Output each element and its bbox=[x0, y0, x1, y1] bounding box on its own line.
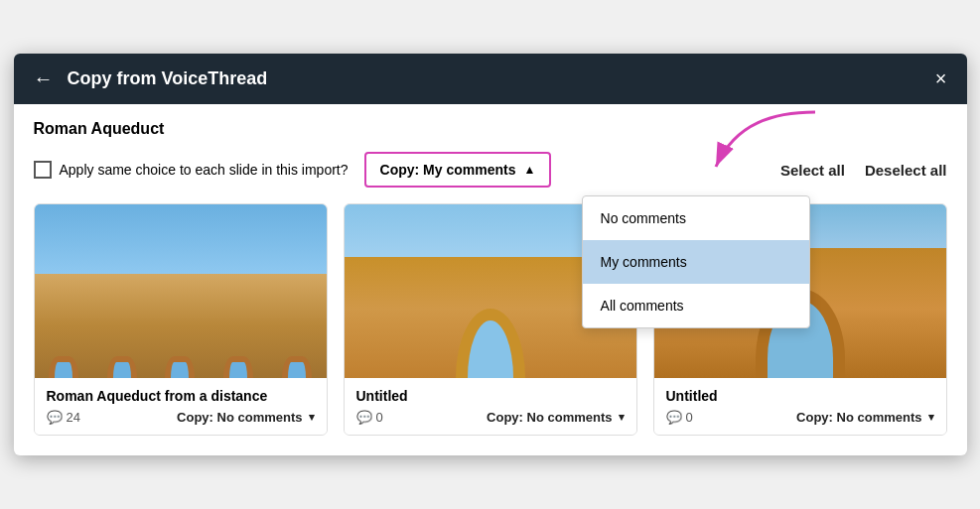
close-button[interactable]: × bbox=[935, 67, 947, 90]
card-2-copy[interactable]: Copy: No comments ▾ bbox=[796, 410, 933, 425]
dropdown-item-my-comments[interactable]: My comments bbox=[583, 240, 809, 284]
header-left: ← Copy from VoiceThread bbox=[34, 67, 268, 90]
card-0-bottom: 💬 24 Copy: No comments ▾ bbox=[47, 410, 315, 425]
card-2-footer: Untitled 💬 0 Copy: No comments ▾ bbox=[654, 378, 946, 435]
comment-icon-1: 💬 bbox=[356, 410, 372, 425]
card-0-image bbox=[35, 204, 327, 378]
modal-header: ← Copy from VoiceThread × bbox=[14, 54, 967, 104]
card-2-comments: 💬 0 bbox=[666, 410, 693, 425]
card-1-copy-text: Copy: No comments bbox=[487, 410, 612, 425]
dropdown-menu: No comments My comments All comments bbox=[582, 195, 810, 328]
card-1-comments: 💬 0 bbox=[356, 410, 383, 425]
card-1-count: 0 bbox=[376, 410, 383, 425]
deselect-all-button[interactable]: Deselect all bbox=[865, 162, 947, 179]
card-0-footer: Roman Aqueduct from a distance 💬 24 Copy… bbox=[35, 378, 327, 435]
apply-checkbox[interactable] bbox=[34, 161, 52, 179]
select-deselect-group: Select all Deselect all bbox=[780, 162, 947, 179]
card-0-chevron-icon: ▾ bbox=[309, 411, 315, 424]
card-2-copy-text: Copy: No comments bbox=[796, 410, 921, 425]
arch2 bbox=[456, 309, 525, 378]
copy-dropdown-button[interactable]: Copy: My comments ▲ bbox=[364, 152, 552, 188]
comment-icon-2: 💬 bbox=[666, 410, 682, 425]
copy-voicethread-modal: ← Copy from VoiceThread × Roman Aqueduct… bbox=[14, 54, 967, 455]
dropdown-area: Copy: My comments ▲ No comments My comme… bbox=[349, 152, 552, 188]
card-1-bottom: 💬 0 Copy: No comments ▾ bbox=[356, 410, 625, 425]
card-2-bottom: 💬 0 Copy: No comments ▾ bbox=[666, 410, 934, 425]
dropdown-item-no-comments[interactable]: No comments bbox=[583, 196, 809, 240]
comment-icon: 💬 bbox=[47, 410, 63, 425]
card-0-count: 24 bbox=[67, 410, 80, 425]
card-2-name: Untitled bbox=[666, 388, 934, 404]
dropdown-button-label: Copy: My comments bbox=[380, 162, 516, 178]
card-2-count: 0 bbox=[686, 410, 693, 425]
back-button[interactable]: ← bbox=[34, 67, 54, 90]
controls-row: Apply same choice to each slide in this … bbox=[34, 152, 947, 188]
apply-label-text: Apply same choice to each slide in this … bbox=[60, 162, 349, 178]
dropdown-item-all-comments[interactable]: All comments bbox=[583, 284, 809, 327]
apply-checkbox-label[interactable]: Apply same choice to each slide in this … bbox=[34, 161, 349, 179]
card-1-name: Untitled bbox=[356, 388, 625, 404]
modal-title: Copy from VoiceThread bbox=[68, 68, 268, 89]
aqueduct-arches bbox=[35, 274, 327, 378]
slide-title: Roman Aqueduct bbox=[34, 120, 947, 138]
modal-body: Roman Aqueduct Apply same choice to each… bbox=[14, 104, 967, 455]
card-1-copy[interactable]: Copy: No comments ▾ bbox=[487, 410, 624, 425]
chevron-up-icon: ▲ bbox=[523, 163, 535, 177]
card-1-footer: Untitled 💬 0 Copy: No comments ▾ bbox=[345, 378, 636, 435]
card-0-copy[interactable]: Copy: No comments ▾ bbox=[177, 410, 314, 425]
card-1-chevron-icon: ▾ bbox=[619, 411, 625, 424]
select-all-button[interactable]: Select all bbox=[780, 162, 845, 179]
card-0-name: Roman Aqueduct from a distance bbox=[47, 388, 315, 404]
card-0-comments: 💬 24 bbox=[47, 410, 80, 425]
card-0: Roman Aqueduct from a distance 💬 24 Copy… bbox=[34, 203, 328, 436]
card-0-copy-text: Copy: No comments bbox=[177, 410, 302, 425]
card-2-chevron-icon: ▾ bbox=[928, 411, 934, 424]
